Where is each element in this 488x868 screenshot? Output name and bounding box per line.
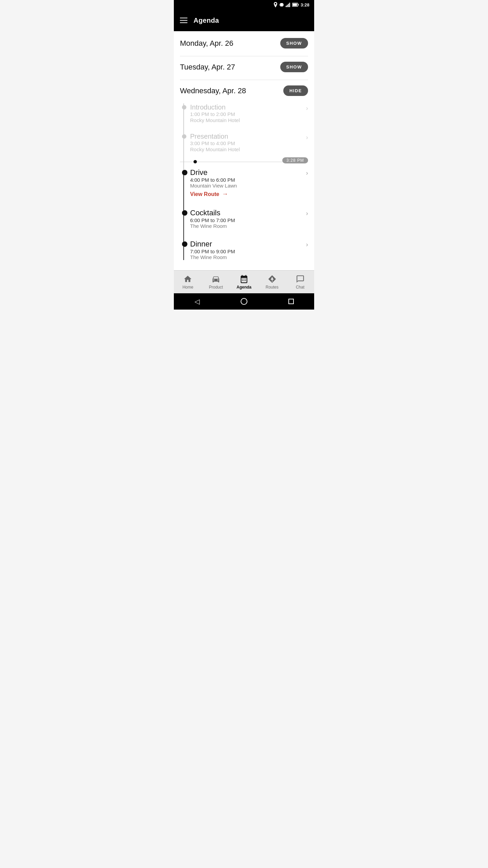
view-route-button[interactable]: View Route → <box>190 191 308 198</box>
wednesday-hide-button[interactable]: HIDE <box>283 85 308 96</box>
cocktails-location: The Wine Room <box>190 223 308 229</box>
cocktails-title: Cocktails <box>190 209 220 217</box>
intro-title: Introduction <box>190 103 226 111</box>
event-cocktails[interactable]: Cocktails 6:00 PM to 7:00 PM The Wine Ro… <box>190 209 308 229</box>
nav-agenda[interactable]: Agenda <box>230 271 258 293</box>
vibrate-icon <box>279 2 284 7</box>
routes-icon <box>268 275 277 283</box>
product-icon <box>211 275 220 283</box>
tuesday-show-button[interactable]: SHOW <box>280 62 308 72</box>
dot-cocktails <box>182 210 187 216</box>
cocktails-time: 6:00 PM to 7:00 PM <box>190 217 308 223</box>
svg-rect-6 <box>289 3 290 7</box>
tuesday-label: Tuesday, Apr. 27 <box>180 63 235 72</box>
presentation-time: 3:00 PM to 4:00 PM <box>190 140 308 146</box>
intro-time: 1:00 PM to 2:00 PM <box>190 111 308 117</box>
wednesday-timeline: Introduction 1:00 PM to 2:00 PM Rocky Mo… <box>180 103 308 260</box>
nav-product[interactable]: Product <box>202 271 230 293</box>
page-title: Agenda <box>194 17 219 24</box>
current-time-separator: 3:28 PM <box>180 162 308 162</box>
hamburger-line-3 <box>180 22 187 23</box>
dinner-time: 7:00 PM to 9:00 PM <box>190 249 308 254</box>
menu-button[interactable] <box>180 18 187 23</box>
intro-arrow-icon: › <box>306 105 308 112</box>
view-route-label: View Route <box>190 191 219 197</box>
nav-routes[interactable]: Routes <box>258 271 286 293</box>
bottom-navigation: Home Product Agenda Routes Chat <box>174 270 314 293</box>
dot-drive <box>182 170 187 175</box>
status-icons: 3:28 <box>273 2 309 7</box>
cocktails-arrow-icon: › <box>306 210 308 217</box>
svg-rect-9 <box>292 4 297 6</box>
svg-rect-2 <box>283 4 284 6</box>
svg-rect-0 <box>280 3 283 6</box>
presentation-location: Rocky Mountain Hotel <box>190 146 308 152</box>
dinner-title: Dinner <box>190 240 212 248</box>
drive-time: 4:00 PM to 6:00 PM <box>190 177 308 183</box>
agenda-icon <box>240 275 248 283</box>
event-dinner[interactable]: Dinner 7:00 PM to 9:00 PM The Wine Room … <box>190 240 308 260</box>
svg-rect-8 <box>298 4 299 5</box>
svg-rect-5 <box>288 4 289 7</box>
monday-label: Monday, Apr. 26 <box>180 39 233 48</box>
now-indicator <box>194 160 197 163</box>
nav-home[interactable]: Home <box>174 271 202 293</box>
recents-button[interactable] <box>288 299 294 304</box>
drive-title: Drive <box>190 168 207 177</box>
nav-home-label: Home <box>182 285 193 290</box>
wednesday-label: Wednesday, Apr. 28 <box>180 86 246 95</box>
day-monday: Monday, Apr. 26 SHOW <box>180 38 308 48</box>
drive-arrow-icon: › <box>306 170 308 177</box>
content-area: Monday, Apr. 26 SHOW Tuesday, Apr. 27 SH… <box>174 31 314 270</box>
clock-time: 3:28 <box>301 2 309 7</box>
dinner-location: The Wine Room <box>190 254 308 260</box>
dot-presentation <box>182 134 186 139</box>
event-presentation[interactable]: Presentation 3:00 PM to 4:00 PM Rocky Mo… <box>190 133 308 152</box>
nav-chat-label: Chat <box>296 285 304 290</box>
home-icon <box>183 275 192 283</box>
battery-icon <box>292 3 299 7</box>
monday-show-button[interactable]: SHOW <box>280 38 308 48</box>
day-tuesday: Tuesday, Apr. 27 SHOW <box>180 62 308 72</box>
android-navbar: ◁ <box>174 293 314 310</box>
dot-introduction <box>182 105 186 110</box>
nav-chat[interactable]: Chat <box>286 271 314 293</box>
day-wednesday: Wednesday, Apr. 28 HIDE <box>180 85 308 96</box>
back-button[interactable]: ◁ <box>195 297 200 305</box>
view-route-arrow-icon: → <box>222 191 228 198</box>
event-introduction[interactable]: Introduction 1:00 PM to 2:00 PM Rocky Mo… <box>190 103 308 123</box>
hamburger-line-2 <box>180 20 187 21</box>
svg-rect-4 <box>287 5 288 7</box>
signal-icon <box>286 2 290 7</box>
current-time-badge: 3:28 PM <box>282 157 308 163</box>
hamburger-line-1 <box>180 18 187 18</box>
svg-rect-3 <box>286 6 287 7</box>
monday-divider <box>180 56 308 56</box>
presentation-arrow-icon: › <box>306 134 308 141</box>
drive-location: Mountain View Lawn <box>190 183 308 189</box>
presentation-title: Presentation <box>190 133 228 140</box>
app-header: Agenda <box>174 9 314 31</box>
dinner-arrow-icon: › <box>306 241 308 248</box>
nav-routes-label: Routes <box>266 285 279 290</box>
status-bar: 3:28 <box>174 0 314 9</box>
chat-icon <box>296 275 305 283</box>
location-icon <box>273 2 278 7</box>
intro-location: Rocky Mountain Hotel <box>190 117 308 123</box>
nav-product-label: Product <box>209 285 223 290</box>
dot-dinner <box>182 241 187 247</box>
event-drive[interactable]: Drive 4:00 PM to 6:00 PM Mountain View L… <box>190 168 308 198</box>
svg-rect-1 <box>280 4 280 6</box>
nav-agenda-label: Agenda <box>237 285 251 290</box>
tuesday-divider <box>180 80 308 80</box>
home-button[interactable] <box>241 298 247 305</box>
